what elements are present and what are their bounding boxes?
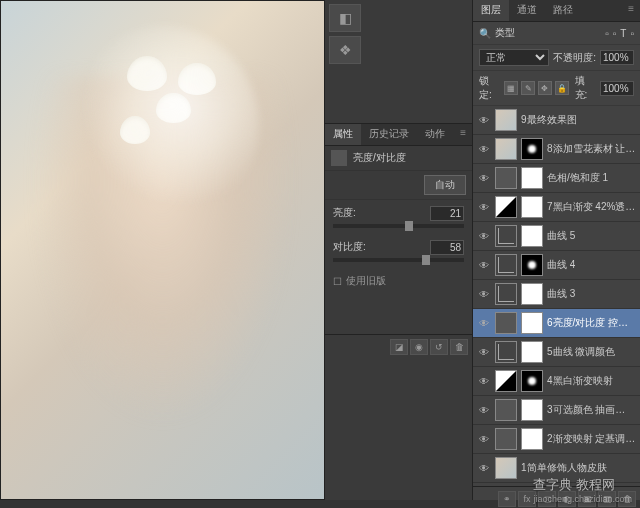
contrast-slider[interactable]: [333, 258, 464, 262]
tab-paths[interactable]: 路径: [545, 0, 581, 21]
visibility-icon[interactable]: 👁: [477, 403, 491, 417]
layer-row[interactable]: 👁5曲线 微调颜色: [473, 338, 640, 367]
layer-thumbnail[interactable]: [495, 167, 517, 189]
visibility-icon[interactable]: 👁: [477, 113, 491, 127]
visibility-icon[interactable]: 👁: [477, 171, 491, 185]
layer-thumbnail[interactable]: [495, 196, 517, 218]
layer-thumbnail[interactable]: [495, 312, 517, 334]
layer-thumbnail[interactable]: [495, 109, 517, 131]
view-icon[interactable]: ◉: [410, 339, 428, 355]
lock-transparent-icon[interactable]: ▦: [504, 81, 518, 95]
layer-mask[interactable]: [521, 399, 543, 421]
layer-row[interactable]: 👁色相/饱和度 1: [473, 164, 640, 193]
fill-input[interactable]: [600, 81, 634, 96]
layer-mask[interactable]: [521, 254, 543, 276]
tab-properties[interactable]: 属性: [325, 124, 361, 145]
layer-name[interactable]: 9最终效果图: [521, 113, 636, 127]
layer-mask[interactable]: [521, 138, 543, 160]
trash-icon[interactable]: 🗑: [618, 491, 636, 507]
layer-row[interactable]: 👁6亮度/对比度 控…: [473, 309, 640, 338]
layer-mask[interactable]: [521, 225, 543, 247]
layer-row[interactable]: 👁1简单修饰人物皮肤: [473, 454, 640, 483]
layer-mask[interactable]: [521, 283, 543, 305]
layer-name[interactable]: 曲线 5: [547, 229, 636, 243]
legacy-checkbox[interactable]: ☐: [333, 276, 342, 287]
link-icon[interactable]: ⚭: [498, 491, 516, 507]
layer-thumbnail[interactable]: [495, 399, 517, 421]
kind-filter-icon[interactable]: 🔍: [479, 28, 491, 39]
layer-row[interactable]: 👁2渐变映射 定基调…: [473, 425, 640, 454]
layer-row[interactable]: 👁8添加雪花素材 让…: [473, 135, 640, 164]
layer-mask[interactable]: [521, 370, 543, 392]
trash-icon[interactable]: 🗑: [450, 339, 468, 355]
lock-paint-icon[interactable]: ✎: [521, 81, 535, 95]
visibility-icon[interactable]: 👁: [477, 258, 491, 272]
brightness-slider[interactable]: [333, 224, 464, 228]
layer-thumbnail[interactable]: [495, 225, 517, 247]
visibility-icon[interactable]: 👁: [477, 287, 491, 301]
layer-row[interactable]: 👁曲线 5: [473, 222, 640, 251]
visibility-icon[interactable]: 👁: [477, 345, 491, 359]
panel-collapsed-icon[interactable]: ❖: [329, 36, 361, 64]
layer-row[interactable]: 👁曲线 4: [473, 251, 640, 280]
auto-button[interactable]: 自动: [424, 175, 466, 195]
new-layer-icon[interactable]: ▦: [598, 491, 616, 507]
layer-name[interactable]: 7黑白渐变 42%透…: [547, 200, 636, 214]
layer-mask[interactable]: [521, 312, 543, 334]
layer-mask[interactable]: [521, 167, 543, 189]
visibility-icon[interactable]: 👁: [477, 200, 491, 214]
visibility-icon[interactable]: 👁: [477, 229, 491, 243]
brightness-input[interactable]: [430, 206, 464, 221]
layer-name[interactable]: 2渐变映射 定基调…: [547, 432, 636, 446]
tab-history[interactable]: 历史记录: [361, 124, 417, 145]
layer-name[interactable]: 6亮度/对比度 控…: [547, 316, 636, 330]
layer-mask[interactable]: [521, 341, 543, 363]
layer-thumbnail[interactable]: [495, 341, 517, 363]
fx-icon[interactable]: fx: [518, 491, 536, 507]
panel-menu-icon[interactable]: ≡: [622, 0, 640, 21]
clip-icon[interactable]: ◪: [390, 339, 408, 355]
filter-icon[interactable]: ▫: [605, 28, 609, 39]
reset-icon[interactable]: ↺: [430, 339, 448, 355]
tab-actions[interactable]: 动作: [417, 124, 453, 145]
layer-thumbnail[interactable]: [495, 283, 517, 305]
layer-name[interactable]: 曲线 3: [547, 287, 636, 301]
opacity-input[interactable]: [600, 50, 634, 65]
blend-mode-select[interactable]: 正常: [479, 49, 549, 66]
layer-name[interactable]: 3可选颜色 抽画…: [547, 403, 636, 417]
layer-thumbnail[interactable]: [495, 370, 517, 392]
mask-icon[interactable]: ◻: [538, 491, 556, 507]
layer-name[interactable]: 色相/饱和度 1: [547, 171, 636, 185]
visibility-icon[interactable]: 👁: [477, 432, 491, 446]
filter-icon[interactable]: ▫: [613, 28, 617, 39]
tab-layers[interactable]: 图层: [473, 0, 509, 21]
visibility-icon[interactable]: 👁: [477, 316, 491, 330]
visibility-icon[interactable]: 👁: [477, 374, 491, 388]
layer-thumbnail[interactable]: [495, 254, 517, 276]
layer-row[interactable]: 👁3可选颜色 抽画…: [473, 396, 640, 425]
layer-name[interactable]: 曲线 4: [547, 258, 636, 272]
layer-thumbnail[interactable]: [495, 428, 517, 450]
adjustment-icon[interactable]: ◐: [558, 491, 576, 507]
document-canvas[interactable]: [0, 0, 325, 500]
filter-icon[interactable]: ▫: [630, 28, 634, 39]
visibility-icon[interactable]: 👁: [477, 142, 491, 156]
lock-position-icon[interactable]: ✥: [538, 81, 552, 95]
layer-row[interactable]: 👁4黑白渐变映射: [473, 367, 640, 396]
group-icon[interactable]: ▣: [578, 491, 596, 507]
layer-mask[interactable]: [521, 196, 543, 218]
filter-icon[interactable]: T: [620, 28, 626, 39]
layer-name[interactable]: 4黑白渐变映射: [547, 374, 636, 388]
layer-name[interactable]: 8添加雪花素材 让…: [547, 142, 636, 156]
layer-name[interactable]: 5曲线 微调颜色: [547, 345, 636, 359]
contrast-input[interactable]: [430, 240, 464, 255]
tab-channels[interactable]: 通道: [509, 0, 545, 21]
layer-row[interactable]: 👁9最终效果图: [473, 106, 640, 135]
layer-row[interactable]: 👁7黑白渐变 42%透…: [473, 193, 640, 222]
panel-collapsed-icon[interactable]: ◧: [329, 4, 361, 32]
layer-thumbnail[interactable]: [495, 457, 517, 479]
panel-menu-icon[interactable]: ≡: [454, 124, 472, 145]
layer-name[interactable]: 1简单修饰人物皮肤: [521, 461, 636, 475]
layer-thumbnail[interactable]: [495, 138, 517, 160]
visibility-icon[interactable]: 👁: [477, 461, 491, 475]
